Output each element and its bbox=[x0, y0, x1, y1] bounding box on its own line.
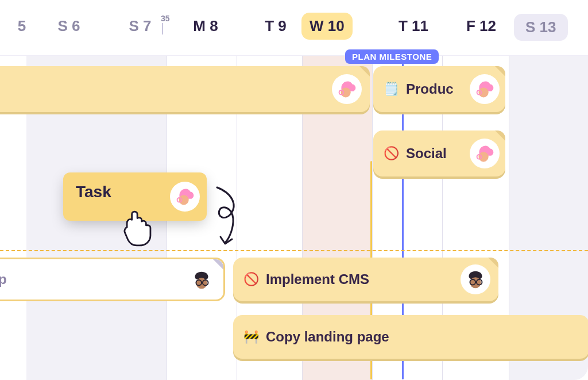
task-bar-setup[interactable]: etup bbox=[0, 258, 225, 301]
avatar-user-dev bbox=[187, 265, 216, 295]
svg-point-7 bbox=[478, 152, 488, 162]
notepad-icon: 🗒️ bbox=[384, 82, 399, 97]
task-bar-implement-cms[interactable]: 🚫 Implement CMS bbox=[233, 258, 498, 301]
day-t9[interactable]: T 9 bbox=[248, 17, 303, 35]
task-label: Social bbox=[406, 145, 447, 162]
day-s6[interactable]: S 6 bbox=[41, 17, 96, 35]
task-bar-social[interactable]: 🚫 Social bbox=[373, 130, 505, 176]
task-bar-long[interactable] bbox=[0, 66, 370, 112]
task-bar-product[interactable]: 🗒️ Produc bbox=[373, 66, 505, 112]
day-w10[interactable]: W 10 bbox=[301, 13, 353, 40]
ruler-divider bbox=[0, 55, 588, 56]
date-ruler: 35 5 S 6 S 7 M 8 T 9 W 10 T 11 F 12 S 13 bbox=[0, 0, 588, 55]
avatar-user-pink bbox=[332, 74, 362, 104]
task-label: Produc bbox=[406, 81, 454, 97]
avatar-user-pink bbox=[170, 182, 200, 212]
avatar-user-pink bbox=[470, 74, 500, 104]
timeline-viewport: 35 5 S 6 S 7 M 8 T 9 W 10 T 11 F 12 S 13… bbox=[0, 0, 588, 380]
construction-icon: 🚧 bbox=[243, 329, 259, 344]
svg-point-4 bbox=[478, 87, 488, 97]
day-f12[interactable]: F 12 bbox=[454, 17, 509, 35]
drop-row-guide bbox=[0, 250, 588, 251]
drag-task-label: Task bbox=[76, 183, 111, 201]
day-m8[interactable]: M 8 bbox=[178, 17, 233, 35]
nosign-icon: 🚫 bbox=[243, 272, 259, 287]
avatar-user-dev bbox=[461, 264, 490, 294]
day-s7[interactable]: S 7 bbox=[113, 17, 168, 35]
svg-point-20 bbox=[179, 195, 188, 205]
avatar-user-pink bbox=[470, 139, 500, 168]
task-label: etup bbox=[0, 271, 7, 287]
nosign-icon: 🚫 bbox=[384, 146, 399, 161]
day-s13[interactable]: S 13 bbox=[514, 14, 568, 41]
task-bar-copy-landing[interactable]: 🚧 Copy landing page bbox=[233, 315, 588, 359]
svg-point-1 bbox=[341, 87, 350, 97]
plan-milestone-badge[interactable]: PLAN MILESTONE bbox=[345, 49, 439, 64]
day-t11[interactable]: T 11 bbox=[386, 17, 441, 35]
task-label: Copy landing page bbox=[266, 329, 389, 345]
arrow-doodle-icon bbox=[212, 185, 245, 251]
task-label: Implement CMS bbox=[266, 271, 369, 287]
grab-cursor-icon bbox=[117, 201, 161, 247]
